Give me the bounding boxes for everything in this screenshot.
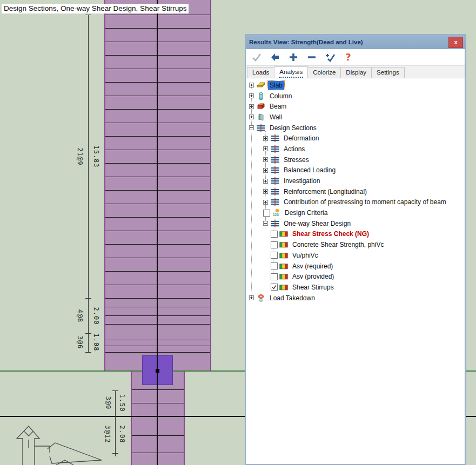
collapse-icon[interactable]	[249, 125, 254, 130]
tree-item-label[interactable]: Stresses	[282, 156, 311, 164]
tree-item-balanced-loading[interactable]: Balanced Loading	[246, 165, 465, 176]
tree-item-label[interactable]: Asv (provided)	[291, 272, 336, 281]
dim-tick	[112, 390, 118, 391]
dim-label-count: 4@8	[76, 309, 84, 323]
tree-item-label[interactable]: Design Sections	[268, 124, 318, 132]
expand-icon[interactable]	[263, 136, 268, 141]
tree-item-label[interactable]: Wall	[268, 113, 284, 122]
dim-tick	[85, 298, 91, 299]
tree-item-load-takedown[interactable]: Load Takedown	[246, 293, 465, 304]
close-icon[interactable]: x	[448, 37, 463, 48]
tree-item-contribution-of-prestressing-to-moment-capacity-of-beam[interactable]: Contribution of prestressing to moment c…	[246, 197, 465, 208]
section-icon	[271, 187, 279, 196]
results-view-dialog: Results View: Strength(Dead and Live) x …	[245, 34, 466, 465]
tree-item-label[interactable]: Shear Stirrups	[291, 283, 336, 292]
section-icon	[271, 134, 279, 143]
tree-item-label[interactable]: Balanced Loading	[282, 166, 337, 174]
expand-icon[interactable]	[249, 114, 254, 119]
tree-item-actions[interactable]: Actions	[246, 144, 465, 154]
tree-item-label[interactable]: Load Takedown	[268, 294, 317, 302]
checkbox-checked[interactable]	[271, 284, 278, 291]
tree-item-label[interactable]: Beam	[268, 102, 288, 111]
check-all-icon[interactable]	[324, 52, 336, 63]
tree-item-stresses[interactable]: Stresses	[246, 154, 465, 165]
tab-colorize[interactable]: Colorize	[307, 67, 341, 78]
tree-item-deformation[interactable]: Deformation	[246, 133, 465, 144]
collapse-icon[interactable]	[263, 221, 268, 226]
expand-icon[interactable]	[263, 179, 268, 184]
section-icon	[271, 177, 279, 185]
remove-icon[interactable]	[306, 52, 317, 63]
expand-icon[interactable]	[263, 200, 268, 205]
add-icon[interactable]	[287, 52, 299, 63]
tree-item-wall[interactable]: Wall	[246, 112, 465, 123]
tree-item-asv-required[interactable]: Asv (required)	[246, 261, 465, 272]
expand-icon[interactable]	[249, 295, 254, 300]
stirrup-line	[105, 15, 210, 15]
results-tree: SlabColumnBeamWallDesign SectionsDeforma…	[246, 78, 465, 464]
expand-icon[interactable]	[249, 104, 254, 109]
tree-item-shear-stirrups[interactable]: Shear Stirrups	[246, 282, 465, 293]
column-center-node[interactable]	[156, 369, 159, 373]
expand-icon[interactable]	[263, 189, 268, 194]
dialog-titlebar[interactable]: Results View: Strength(Dead and Live) x	[246, 35, 465, 49]
help-icon[interactable]: ?	[343, 52, 354, 63]
checkbox-unchecked[interactable]	[271, 262, 278, 269]
tree-item-label[interactable]: Deformation	[282, 134, 320, 143]
tree-item-slab[interactable]: Slab	[246, 80, 465, 91]
expand-icon[interactable]	[249, 93, 254, 98]
stirrup-line	[105, 28, 210, 29]
tree-item-label[interactable]: Reinforcement (Longitudinal)	[282, 187, 368, 196]
tree-item-design-sections[interactable]: Design Sections	[246, 123, 465, 133]
wall-icon	[257, 113, 265, 122]
expand-icon[interactable]	[249, 83, 254, 87]
tree-item-column[interactable]: Column	[246, 91, 465, 102]
dim-label-length: 2.08	[118, 426, 126, 443]
checkbox-unchecked[interactable]	[271, 241, 278, 248]
tab-analysis[interactable]: Analysis	[274, 66, 308, 78]
scale-icon	[279, 230, 288, 238]
tree-item-investigation[interactable]: Investigation	[246, 176, 465, 186]
lower-design-strip[interactable]	[131, 371, 185, 465]
tree-item-one-way-shear-design[interactable]: One-way Shear Design	[246, 218, 465, 229]
slab-icon	[257, 81, 265, 89]
tree-item-label[interactable]: Column	[268, 92, 293, 100]
tree-item-label[interactable]: Asv (required)	[291, 262, 334, 271]
tree-item-reinforcement-longitudinal[interactable]: Reinforcement (Longitudinal)	[246, 186, 465, 197]
apply-check-icon[interactable]	[251, 52, 262, 63]
tree-item-label[interactable]: Shear Stress Check (NG)	[291, 230, 371, 238]
tree-item-label[interactable]: Actions	[282, 145, 306, 153]
tree-item-concrete-shear-strength-phivc[interactable]: Concrete Shear Strength, phiVc	[246, 239, 465, 250]
dim-label-count: 21@9	[76, 148, 84, 166]
stirrup-line	[132, 453, 184, 453]
checkbox-unchecked[interactable]	[271, 252, 278, 259]
section-icon	[271, 198, 279, 206]
tree-item-label[interactable]: Slab	[268, 81, 284, 90]
expand-icon[interactable]	[263, 146, 268, 151]
tree-item-asv-provided[interactable]: Asv (provided)	[246, 271, 465, 282]
tree-item-shear-stress-check-ng[interactable]: Shear Stress Check (NG)	[246, 229, 465, 240]
tree-item-label[interactable]: Contribution of prestressing to moment c…	[282, 198, 448, 206]
expand-icon[interactable]	[263, 157, 268, 162]
tree-item-label[interactable]: Investigation	[282, 177, 321, 185]
tree-item-label[interactable]: One-way Shear Design	[282, 219, 352, 228]
checkbox-unchecked[interactable]	[263, 210, 270, 217]
upper-design-strip[interactable]	[104, 0, 211, 371]
tree-item-label[interactable]: Vu/phiVc	[291, 251, 320, 260]
tree-item-label[interactable]: Concrete Shear Strength, phiVc	[291, 240, 385, 249]
tab-display[interactable]: Display	[340, 67, 372, 78]
stirrup-line	[105, 340, 210, 340]
tab-settings[interactable]: Settings	[371, 67, 405, 78]
tree-item-design-criteria[interactable]: 123Design Criteria	[246, 207, 465, 218]
tree-item-label[interactable]: Design Criteria	[283, 208, 329, 217]
stirrup-line	[105, 315, 210, 316]
tab-loads[interactable]: Loads	[247, 67, 274, 78]
checkbox-unchecked[interactable]	[271, 231, 278, 238]
expand-icon[interactable]	[263, 168, 268, 173]
tree-item-beam[interactable]: Beam	[246, 101, 465, 112]
tree-item-vu-phivc[interactable]: Vu/phiVc	[246, 250, 465, 261]
dim-tick	[85, 15, 91, 15]
back-arrow-icon[interactable]	[269, 52, 280, 63]
svg-text:123: 123	[273, 213, 279, 217]
checkbox-unchecked[interactable]	[271, 273, 278, 280]
